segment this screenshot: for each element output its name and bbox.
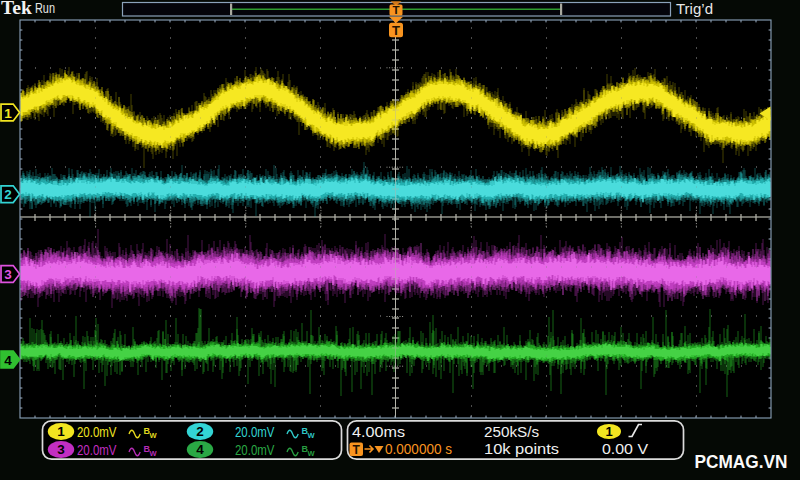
svg-text:1: 1 [57,424,65,439]
svg-text:W: W [150,449,158,458]
svg-text:3: 3 [57,442,65,457]
svg-text:4: 4 [4,353,12,368]
svg-text:20.0mV: 20.0mV [235,442,275,458]
svg-text:2: 2 [4,187,12,202]
svg-text:PCMAG.VN: PCMAG.VN [695,451,788,472]
svg-text:20.0mV: 20.0mV [77,442,117,458]
svg-text:4: 4 [196,442,204,457]
svg-text:W: W [308,431,316,440]
svg-text:3: 3 [4,267,12,282]
svg-text:0.00 V: 0.00 V [602,440,648,457]
svg-text:Trig’d: Trig’d [676,1,713,17]
svg-text:10k points: 10k points [484,440,559,457]
svg-text:20.0mV: 20.0mV [77,424,117,440]
svg-text:Run: Run [35,0,55,16]
svg-text:T: T [353,443,361,457]
svg-text:4.00ms: 4.00ms [352,423,405,440]
svg-text:T: T [392,4,399,16]
svg-text:1: 1 [605,424,612,439]
svg-text:W: W [150,431,158,440]
svg-text:20.0mV: 20.0mV [235,424,275,440]
svg-text:1: 1 [4,106,12,121]
svg-text:250kS/s: 250kS/s [484,423,539,440]
svg-text:W: W [308,449,316,458]
svg-text:T: T [392,23,400,38]
svg-text:Tek: Tek [1,0,32,18]
svg-text:0.000000 s: 0.000000 s [385,441,452,457]
svg-text:2: 2 [196,424,204,439]
